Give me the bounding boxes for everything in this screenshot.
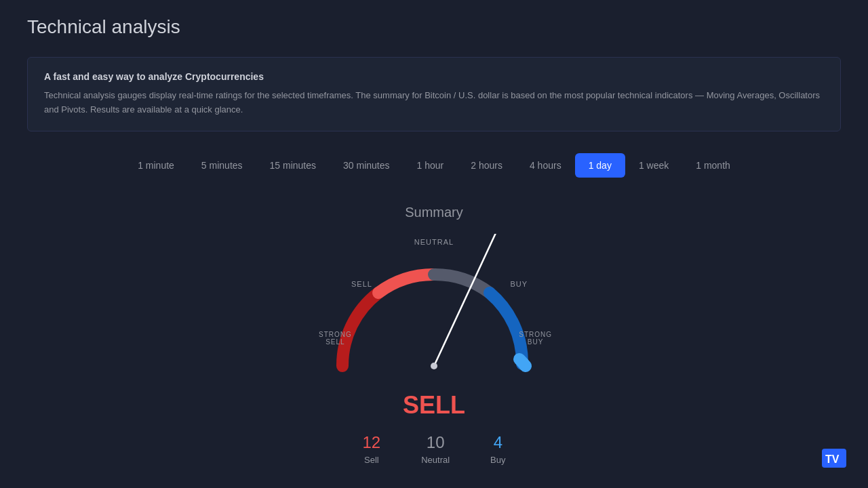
timeframe-btn-4h[interactable]: 4 hours — [516, 153, 575, 178]
stat-label-sell: Sell — [364, 455, 379, 465]
stat-item-buy: 4Buy — [490, 433, 505, 465]
info-box: A fast and easy way to analyze Cryptocur… — [27, 57, 841, 131]
timeframe-btn-5min[interactable]: 5 minutes — [188, 153, 256, 178]
summary-title: Summary — [405, 205, 463, 220]
stat-item-sell: 12Sell — [362, 433, 380, 465]
info-box-description: Technical analysis gauges display real-t… — [44, 89, 824, 117]
page-container: Technical analysis A fast and easy way t… — [0, 0, 868, 481]
stat-value-sell: 12 — [362, 433, 380, 452]
gauge-buy-label: BUY — [510, 280, 528, 288]
svg-point-1 — [431, 363, 437, 369]
sell-indicator: SELL — [403, 391, 465, 420]
timeframe-btn-30min[interactable]: 30 minutes — [330, 153, 403, 178]
page-title: Technical analysis — [27, 16, 841, 38]
stat-value-buy: 4 — [494, 433, 502, 452]
timeframe-btn-1min[interactable]: 1 minute — [124, 153, 188, 178]
stat-value-neutral: 10 — [427, 433, 445, 452]
stat-item-neutral: 10Neutral — [421, 433, 450, 465]
gauge-strong-buy-label: STRONGBUY — [519, 331, 552, 346]
timeframe-btn-1w[interactable]: 1 week — [625, 153, 682, 178]
gauge-container: NEUTRAL SELL BUY STRONGSELL STRONGBUY — [305, 234, 563, 383]
gauge-section: Summary NEUTRAL SELL BUY STRONGSELL STRO… — [27, 205, 841, 465]
gauge-sell-label: SELL — [351, 280, 372, 288]
svg-line-0 — [398, 234, 563, 366]
timeframe-btn-2h[interactable]: 2 hours — [457, 153, 516, 178]
tv-logo: TV — [822, 449, 846, 472]
gauge-strong-sell-label: STRONGSELL — [319, 331, 352, 346]
gauge-neutral-label: NEUTRAL — [414, 238, 454, 246]
stats-row: 12Sell10Neutral4Buy — [362, 433, 505, 465]
timeframe-btn-1d[interactable]: 1 day — [575, 153, 625, 178]
stat-label-neutral: Neutral — [421, 455, 450, 465]
svg-text:TV: TV — [825, 453, 840, 465]
timeframe-nav: 1 minute5 minutes15 minutes30 minutes1 h… — [27, 153, 841, 178]
stat-label-buy: Buy — [490, 455, 505, 465]
timeframe-btn-1mo[interactable]: 1 month — [682, 153, 744, 178]
timeframe-btn-15min[interactable]: 15 minutes — [256, 153, 330, 178]
timeframe-btn-1h[interactable]: 1 hour — [403, 153, 458, 178]
gauge-svg — [305, 234, 563, 383]
info-box-title: A fast and easy way to analyze Cryptocur… — [44, 71, 824, 82]
